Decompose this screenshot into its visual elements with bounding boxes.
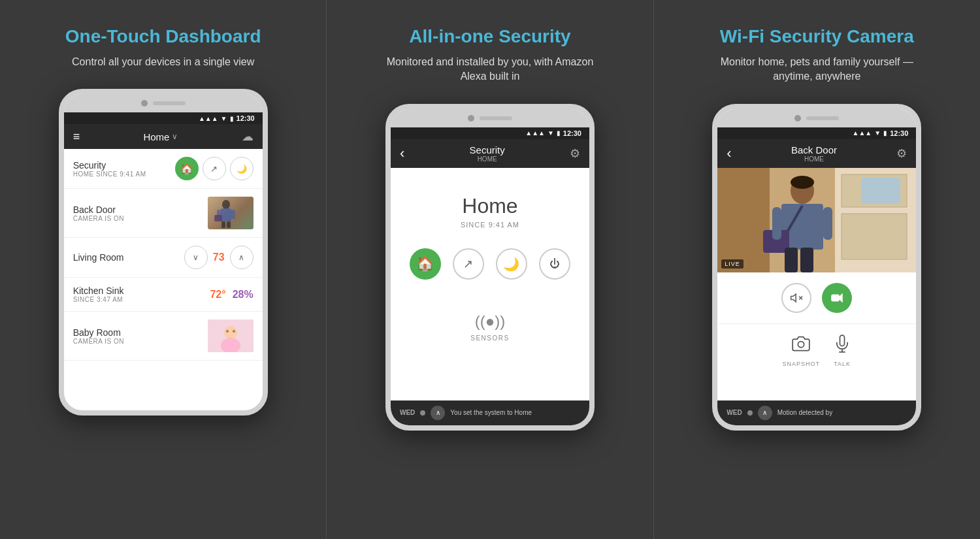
snapshot-icon	[792, 335, 810, 357]
battery-icon: ▮	[230, 115, 234, 122]
panel-title-3: Wi-Fi Security Camera	[720, 26, 914, 47]
security-screen: Home SINCE 9:41 AM 🏠 ↗ 🌙 ⏻ ((●)) SENSORS	[391, 168, 589, 355]
status-time-3: 12:30	[890, 129, 908, 137]
svg-marker-31	[840, 293, 843, 302]
svg-point-11	[233, 330, 235, 333]
dropdown-icon: ∨	[172, 132, 178, 141]
list-item-babyroom[interactable]: Baby Room CAMERA IS ON	[64, 312, 263, 361]
backdoor-camera-thumb	[208, 197, 253, 229]
svg-marker-27	[791, 294, 796, 302]
kitchen-humidity: 28%	[233, 289, 253, 301]
phone-speaker-3	[806, 116, 839, 120]
list-item-security[interactable]: Security HOME SINCE 9:41 AM 🏠 ↗ 🌙	[64, 149, 263, 189]
item-status-security: HOME SINCE 9:41 AM	[73, 171, 169, 178]
dashboard-content: Security HOME SINCE 9:41 AM 🏠 ↗ 🌙 Back D…	[64, 149, 263, 410]
snapshot-action[interactable]: SNAPSHOT	[783, 335, 821, 367]
phone-camera-2	[468, 115, 474, 122]
phone-3: ▲▲▲ ▼ ▮ 12:30 ‹ Back Door HOME ⚙	[712, 104, 921, 431]
battery-icon-3: ▮	[883, 129, 887, 137]
svg-point-8	[224, 326, 237, 339]
talk-action[interactable]: TALK	[833, 335, 851, 367]
svg-rect-6	[214, 215, 222, 221]
phone-2: ▲▲▲ ▼ ▮ 12:30 ‹ Security HOME ⚙ Home SIN…	[385, 104, 595, 431]
item-name-kitchen: Kitchen Sink	[73, 286, 204, 296]
security-mode: Home	[462, 194, 517, 218]
menu-icon[interactable]: ≡	[73, 130, 80, 144]
security-controls: 🏠 ↗ 🌙	[175, 157, 253, 180]
camera-actions: SNAPSHOT TALK	[717, 324, 916, 378]
list-item-backdoor[interactable]: Back Door CAMERA IS ON	[64, 189, 263, 238]
temp-down-btn[interactable]: ∨	[184, 246, 208, 269]
sensors-waves: ((●))	[475, 312, 505, 331]
baby-camera-thumb	[208, 319, 253, 352]
phone-camera-1	[141, 100, 148, 106]
record-btn[interactable]	[822, 283, 852, 313]
kitchen-temp: 72°	[210, 289, 225, 301]
svg-rect-4	[221, 221, 225, 228]
header-title-1: Home	[143, 131, 169, 142]
camera-content: LIVE	[717, 168, 916, 400]
header-title-2: Security	[470, 144, 505, 155]
svg-point-0	[222, 200, 230, 209]
temp-up-btn[interactable]: ∧	[230, 246, 253, 269]
moon-btn[interactable]: 🌙	[230, 157, 253, 180]
sec-power-btn[interactable]: ⏻	[539, 248, 570, 280]
signal-icon-3: ▲▲▲	[853, 129, 872, 137]
wifi-icon-3: ▼	[874, 129, 881, 137]
sec-home-btn[interactable]: 🏠	[410, 248, 441, 280]
temp-value: 73	[213, 252, 225, 263]
status-bar-3: ▲▲▲ ▼ ▮ 12:30	[717, 127, 916, 139]
panel-title-1: One-Touch Dashboard	[65, 26, 261, 47]
bottom-chevron-3[interactable]: ∧	[758, 406, 772, 420]
list-item-livingroom[interactable]: Living Room ∨ 73 ∧	[64, 238, 263, 278]
panel-security: All-in-one Security Monitored and instal…	[327, 0, 653, 539]
svg-rect-16	[841, 214, 907, 259]
list-item-kitchensink[interactable]: Kitchen Sink SINCE 3:47 AM 72° 28%	[64, 278, 263, 312]
sec-share-btn[interactable]: ↗	[453, 248, 484, 280]
svg-rect-22	[823, 207, 832, 240]
phone-camera-3	[794, 115, 801, 122]
bottom-dot-3	[747, 410, 753, 416]
item-name-backdoor: Back Door	[73, 204, 201, 215]
mute-btn[interactable]	[781, 283, 811, 313]
sensors-section: ((●)) SENSORS	[470, 312, 509, 342]
temp-humidity-display: 72° 28%	[210, 289, 253, 301]
camera-controls	[717, 272, 916, 324]
back-icon-3[interactable]: ‹	[727, 145, 731, 162]
security-since: SINCE 9:41 AM	[461, 221, 519, 229]
status-time-2: 12:30	[563, 129, 581, 137]
bottom-chevron-2[interactable]: ∧	[431, 406, 445, 420]
live-badge: LIVE	[721, 259, 743, 269]
svg-point-10	[226, 330, 229, 333]
sec-moon-btn[interactable]: 🌙	[496, 248, 527, 280]
item-name-livingroom: Living Room	[73, 252, 178, 263]
item-status-baby: CAMERA IS ON	[73, 338, 201, 345]
security-buttons: 🏠 ↗ 🌙 ⏻	[410, 248, 570, 280]
item-status-kitchen: SINCE 3:47 AM	[73, 296, 204, 303]
item-name-security: Security	[73, 160, 169, 171]
settings-icon-2[interactable]: ⚙	[570, 146, 580, 161]
svg-rect-1	[221, 208, 231, 221]
header-title-3: Back Door	[791, 144, 837, 155]
item-status-backdoor: CAMERA IS ON	[73, 215, 201, 222]
app-header-3: ‹ Back Door HOME ⚙	[717, 139, 916, 168]
svg-rect-13	[717, 168, 770, 272]
home-btn[interactable]: 🏠	[175, 157, 199, 180]
header-subtitle-2: HOME	[470, 155, 505, 163]
svg-point-26	[791, 176, 814, 189]
app-header-2: ‹ Security HOME ⚙	[391, 139, 589, 168]
camera-feed: LIVE	[717, 168, 916, 272]
svg-point-32	[798, 341, 804, 347]
panel-subtitle-3: Monitor home, pets and family yourself —…	[706, 55, 928, 84]
status-bar-1: ▲▲▲ ▼ ▮ 12:30	[64, 112, 263, 124]
bottom-text-3: Motion detected by	[777, 409, 907, 416]
back-icon-2[interactable]: ‹	[400, 145, 404, 162]
battery-icon-2: ▮	[557, 129, 561, 137]
phone-speaker-1	[153, 101, 186, 105]
settings-icon-3[interactable]: ⚙	[896, 146, 907, 161]
cloud-icon[interactable]: ☁	[242, 129, 253, 144]
wifi-icon: ▼	[221, 115, 227, 122]
security-content: Home SINCE 9:41 AM 🏠 ↗ 🌙 ⏻ ((●)) SENSORS	[391, 168, 589, 400]
wifi-icon-2: ▼	[547, 129, 554, 137]
share-btn[interactable]: ↗	[203, 157, 226, 180]
